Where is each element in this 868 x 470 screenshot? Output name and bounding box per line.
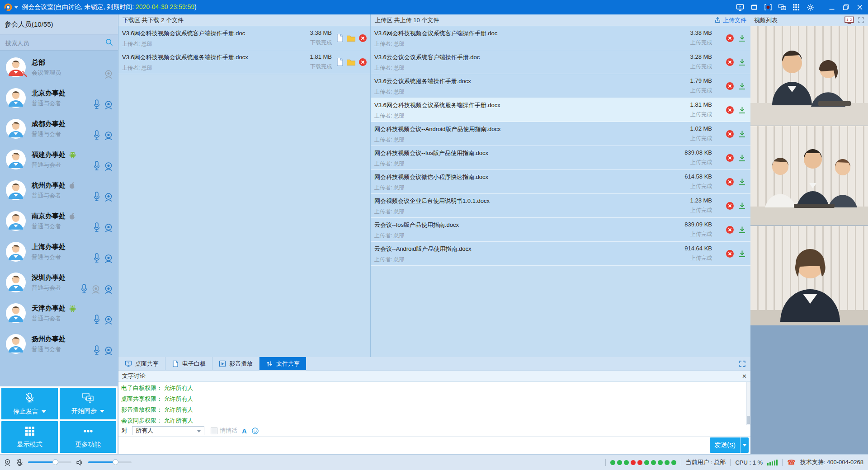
camera-icon[interactable] [104,161,113,171]
camera-icon[interactable] [104,346,113,356]
minimize-icon[interactable] [827,3,836,11]
upload-file-row[interactable]: V3.6网会科技视频会议系统客户端操作手册.doc 上传者: 总部 3.38 M… [371,26,750,50]
delete-icon[interactable] [726,202,734,210]
participant-row[interactable]: 深圳办事处 普通与会者 [0,267,118,298]
chevron-down-icon[interactable] [14,6,18,9]
participant-row[interactable]: 福建办事处 普通与会者 [0,144,118,175]
layout-1-2-icon[interactable]: 1 2 [844,16,854,24]
stop-speaking-button[interactable]: 停止发言 [1,388,58,419]
participant-row[interactable]: 天津办事处 普通与会者 [0,298,118,329]
download-icon[interactable] [738,202,746,210]
mic-icon[interactable] [93,191,101,202]
camera-icon[interactable] [104,131,113,141]
tab-media-play[interactable]: 影音播放 [212,357,259,370]
download-icon[interactable] [738,106,746,114]
delete-icon[interactable] [359,58,367,66]
message-input-area[interactable]: 发送(S) [118,437,750,454]
download-icon[interactable] [738,178,746,186]
start-sync-button[interactable]: 开始同步 [60,388,116,419]
delete-icon[interactable] [726,178,734,186]
record-icon[interactable] [764,3,773,11]
open-folder-icon[interactable] [346,34,356,42]
slider-thumb[interactable] [52,459,58,465]
scrollbar[interactable] [746,382,750,425]
more-functions-button[interactable]: 更多功能 [60,421,116,453]
participant-row[interactable]: 成都办事处 普通与会者 [0,113,118,144]
whisper-checkbox[interactable] [211,428,217,434]
participant-row[interactable]: 扬州办事处 普通与会者 [0,329,118,359]
download-icon[interactable] [738,250,746,258]
upload-file-row[interactable]: 网会科技视频会议--Android版产品使用指南.docx 上传者: 总部 1.… [371,122,750,146]
webcam-icon[interactable] [4,459,11,466]
camera-icon[interactable] [104,315,113,325]
upload-file-row[interactable]: 网会科技视频会议微信小程序快速指南.docx 上传者: 总部 614.58 KB… [371,170,750,194]
search-input[interactable] [5,37,97,49]
grid-icon[interactable] [792,3,801,11]
mic-icon[interactable] [93,253,101,263]
scrollbar-thumb[interactable] [747,416,750,424]
download-icon[interactable] [738,58,746,66]
upload-file-row[interactable]: V3.6云会议系统服务端操作手册.docx 上传者: 总部 1.79 MB 上传… [371,74,750,98]
speaker-icon[interactable] [76,459,84,466]
screen-share-icon[interactable] [736,3,745,11]
font-icon[interactable] [242,427,247,435]
mic-icon[interactable] [93,130,101,141]
mic-volume-slider[interactable] [28,461,71,463]
delete-icon[interactable] [726,130,734,138]
search-icon[interactable] [105,38,113,47]
window-icon[interactable] [750,3,759,11]
tab-file-share[interactable]: 文件共享 [259,357,306,370]
expand-icon[interactable] [858,17,864,24]
camera-icon[interactable] [104,192,113,202]
participant-row[interactable]: 杭州办事处 普通与会者 [0,175,118,206]
settings-gear-icon[interactable] [806,3,815,11]
slider-thumb[interactable] [113,459,118,465]
participant-row[interactable]: 上海办事处 普通与会者 [0,236,118,267]
mic-icon[interactable] [93,345,101,356]
download-icon[interactable] [738,130,746,138]
send-button[interactable]: 发送(S) [710,437,749,453]
download-icon[interactable] [738,226,746,234]
maximize-icon[interactable] [841,3,850,11]
mic-icon[interactable] [93,99,101,110]
dropdown-caret-icon[interactable] [42,410,46,413]
participant-row[interactable]: 北京办事处 普通与会者 [0,83,118,113]
download-icon[interactable] [738,154,746,162]
download-file-row[interactable]: V3.6网会科技视频会议系统客户端操作手册.doc 上传者: 总部 3.38 M… [118,26,370,50]
send-options-caret[interactable] [740,437,749,453]
upload-file-row[interactable]: 云会议--Ios版产品使用指南.docx 上传者: 总部 839.09 KB 上… [371,218,750,242]
participant-row[interactable]: 总部 会议管理员 [0,52,118,83]
upload-file-row[interactable]: 网会科技视频会议--Ios版产品使用指南.docx 上传者: 总部 839.08… [371,146,750,170]
delete-icon[interactable] [726,106,734,114]
delete-icon[interactable] [359,34,367,42]
download-icon[interactable] [738,34,746,42]
upload-file-row[interactable]: V3.6网会科技视频会议系统服务端操作手册.docx 上传者: 总部 1.81 … [371,98,750,122]
delete-icon[interactable] [726,58,734,66]
mic-icon[interactable] [93,314,101,325]
close-icon[interactable] [742,373,747,379]
speaker-volume-slider[interactable] [88,461,132,463]
download-icon[interactable] [738,82,746,90]
camera-icon[interactable] [104,100,113,110]
mic-icon[interactable] [93,222,101,233]
delete-icon[interactable] [726,82,734,90]
mic-icon[interactable] [80,283,88,294]
display-mode-button[interactable]: 显示模式 [1,421,58,453]
camera-icon[interactable] [104,254,113,263]
video-thumbnail[interactable] [750,126,868,226]
tab-whiteboard[interactable]: 电子白板 [165,357,212,370]
upload-file-link[interactable]: 上传文件 [714,14,746,26]
expand-icon[interactable] [739,360,746,367]
upload-file-row[interactable]: 云会议--Android版产品使用指南.docx 上传者: 总部 914.64 … [371,242,750,266]
open-file-icon[interactable] [336,57,344,66]
delete-icon[interactable] [726,34,734,42]
tab-desktop-share[interactable]: 桌面共享 [118,357,165,370]
emoji-icon[interactable] [251,427,259,435]
dropdown-caret-icon[interactable] [100,410,104,413]
camera-icon-gray[interactable] [91,284,101,294]
camera-icon[interactable] [104,223,113,233]
close-icon[interactable] [855,3,864,11]
download-file-row[interactable]: V3.6网会科技视频会议系统服务端操作手册.docx 上传者: 总部 1.81 … [118,50,370,74]
delete-icon[interactable] [726,154,734,162]
video-thumbnail[interactable] [750,26,868,126]
